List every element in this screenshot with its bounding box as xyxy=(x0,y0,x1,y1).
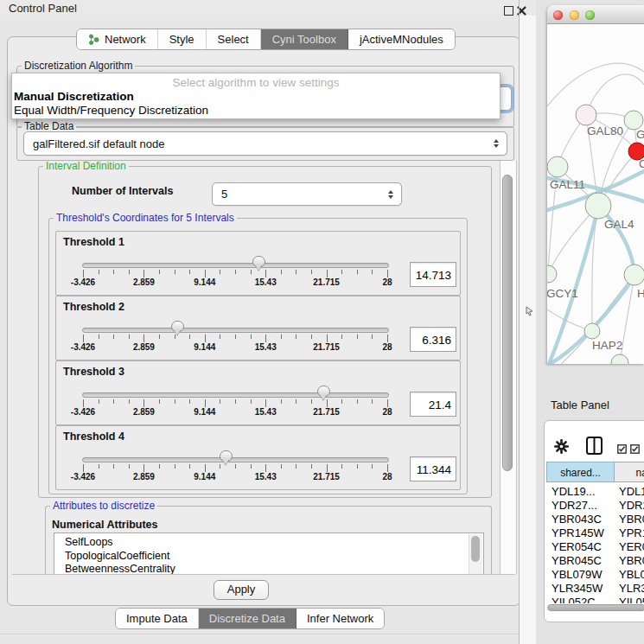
tick-label: 21.715 xyxy=(313,407,340,417)
cell-name: YDR27... xyxy=(619,499,644,512)
attribute-item-selfloops[interactable]: SelfLoops xyxy=(65,536,113,548)
tab-discretize-data[interactable]: Discretize Data xyxy=(199,609,296,628)
tab-network[interactable]: Network xyxy=(77,29,158,49)
tick-label: 2.859 xyxy=(133,277,155,287)
threshold-4-value-field[interactable]: 11.344 xyxy=(410,456,456,481)
settings-scrollbar-thumb[interactable] xyxy=(502,175,513,471)
network-canvas[interactable]: GAL80GACGAL11GAL4GCY1HHAP2 xyxy=(547,24,644,364)
tab-impute-data[interactable]: Impute Data xyxy=(116,609,199,628)
network-icon xyxy=(88,34,99,45)
tick-label: 21.715 xyxy=(313,472,340,481)
threshold-3-slider-thumb[interactable] xyxy=(317,386,330,397)
tab-cyni-toolbox[interactable]: Cyni Toolbox xyxy=(261,29,348,49)
tab-infer-network[interactable]: Infer Network xyxy=(296,609,384,628)
network-window-titlebar[interactable] xyxy=(547,5,644,24)
table-row[interactable]: YER054CYER054C xyxy=(546,540,644,554)
network-node-GAL4[interactable] xyxy=(585,193,611,219)
column-header-shared-name[interactable]: shared... xyxy=(546,462,615,482)
threshold-4-slider-thumb[interactable] xyxy=(220,450,233,462)
checkbox-checked-icon[interactable] xyxy=(617,442,627,457)
number-of-intervals-combobox[interactable]: 5 xyxy=(212,182,402,206)
threshold-3-slider-track[interactable] xyxy=(82,392,389,398)
popup-placeholder-item[interactable]: Select algorithm to view settings xyxy=(12,76,500,89)
minimize-traffic-light-icon[interactable] xyxy=(570,10,579,20)
table-row[interactable]: YBR043CYBR043C xyxy=(546,513,644,526)
threshold-2-value-field[interactable]: 6.316 xyxy=(410,327,456,352)
threshold-1-box: Threshold 1-3.4262.8599.14415.4321.71528… xyxy=(55,231,461,296)
threshold-2-slider-track[interactable] xyxy=(82,328,389,333)
attribute-item-topologicalcoefficient[interactable]: TopologicalCoefficient xyxy=(65,550,169,562)
tab-style[interactable]: Style xyxy=(158,29,207,49)
threshold-3-value-field[interactable]: 21.4 xyxy=(410,392,456,417)
table-row[interactable]: YDL19...YDL19... xyxy=(546,485,644,499)
threshold-1-slider-thumb[interactable] xyxy=(252,256,265,267)
tick-label: -3.426 xyxy=(71,472,95,481)
threshold-2-label: Threshold 2 xyxy=(63,301,124,313)
close-icon[interactable] xyxy=(516,4,527,16)
attributes-list-scrollbar[interactable] xyxy=(469,534,482,574)
attributes-scrollbar-thumb[interactable] xyxy=(471,536,480,562)
table-row[interactable]: YPR145WYPR145W xyxy=(546,526,644,540)
split-columns-icon[interactable] xyxy=(586,437,603,458)
tick-label: 21.715 xyxy=(313,342,340,352)
tick-label: 28 xyxy=(382,342,392,352)
table-row[interactable]: YDR27...YDR27... xyxy=(546,499,644,513)
table-row[interactable]: YBR045CYBR045C xyxy=(546,554,644,568)
attributes-group-title: Attributes to discretize xyxy=(50,501,157,512)
column-header-name[interactable]: name xyxy=(615,462,644,482)
attribute-item-betweennesscentrality[interactable]: BetweennessCentrality xyxy=(65,563,175,574)
threshold-2-slider-thumb[interactable] xyxy=(171,321,184,332)
float-window-icon[interactable] xyxy=(504,6,513,16)
table-data-combobox[interactable]: galFiltered.sif default node xyxy=(23,131,507,156)
split-pane-divider[interactable] xyxy=(520,16,536,644)
numerical-attributes-list[interactable]: SelfLoopsTopologicalCoefficientBetweenne… xyxy=(54,532,484,574)
table-panel: Table Panel xyxy=(536,389,644,644)
tick-label: 15.43 xyxy=(255,472,277,481)
tab-jactivemnodules[interactable]: jActiveMNodules xyxy=(348,29,455,49)
table-panel-box: shared...name YDL19...YDL19...YDR27...YD… xyxy=(544,420,644,622)
tab-select[interactable]: Select xyxy=(207,29,261,49)
apply-button[interactable]: Apply xyxy=(214,580,269,600)
tab-label: Infer Network xyxy=(307,612,373,625)
close-traffic-light-icon[interactable] xyxy=(553,10,563,20)
network-node-GAL80[interactable] xyxy=(576,105,596,125)
threshold-1-slider-track[interactable] xyxy=(82,263,389,268)
network-node-GCY1[interactable] xyxy=(547,265,557,283)
network-node-label: GAL4 xyxy=(604,218,634,231)
threshold-4-slider-track[interactable] xyxy=(82,457,389,462)
table-row[interactable]: YLR345WYLR345W xyxy=(546,582,644,596)
number-of-intervals-label: Number of Intervals xyxy=(72,185,173,197)
tick-label: 9.144 xyxy=(194,472,215,481)
right-panel-region: GAL80GACGAL11GAL4GCY1HHAP2 Table Panel xyxy=(536,0,644,644)
table-row[interactable]: YIL052CYIL052C xyxy=(546,596,644,603)
network-node-GAL11[interactable] xyxy=(547,156,568,177)
settings-viewport: Interval Definition Number of Intervals … xyxy=(12,161,499,574)
cell-name: YPR145W xyxy=(619,526,644,539)
combobox-arrows-icon xyxy=(494,139,499,148)
gear-icon[interactable] xyxy=(554,439,569,457)
network-node-GAL2[interactable] xyxy=(624,111,643,130)
network-node-H[interactable] xyxy=(624,265,644,285)
cell-shared-name: YBL079W xyxy=(552,568,603,581)
network-node-node[interactable] xyxy=(611,354,628,364)
table-row[interactable]: YBL079WYBL079W xyxy=(546,568,644,582)
viewport-divider xyxy=(12,574,515,575)
checkbox-checked-icon[interactable] xyxy=(630,442,640,457)
control-panel-titlebar: Control Panel xyxy=(0,0,536,16)
tick-label: -3.426 xyxy=(71,342,95,352)
network-edge xyxy=(547,363,620,364)
settings-scrollbar[interactable] xyxy=(500,161,517,574)
popup-item-manual-discretization[interactable]: Manual Discretization xyxy=(14,90,498,104)
threshold-3-box: Threshold 3-3.4262.8599.14415.4321.71528… xyxy=(55,360,461,425)
cell-shared-name: YPR145W xyxy=(552,526,604,539)
threshold-1-value-field[interactable]: 14.713 xyxy=(410,262,456,287)
tab-label: Cyni Toolbox xyxy=(272,33,336,46)
network-node-HAP2[interactable] xyxy=(584,323,600,339)
zoom-traffic-light-icon[interactable] xyxy=(585,10,595,20)
cell-name: YDL19... xyxy=(619,485,644,498)
popup-item-equal-width-frequency[interactable]: Equal Width/Frequency Discretization xyxy=(14,104,498,118)
tick-label: 15.43 xyxy=(255,277,277,287)
network-node-label: H xyxy=(637,287,644,300)
tab-label: Network xyxy=(105,33,146,46)
table-horizontal-scrollbar-thumb[interactable] xyxy=(547,604,644,611)
